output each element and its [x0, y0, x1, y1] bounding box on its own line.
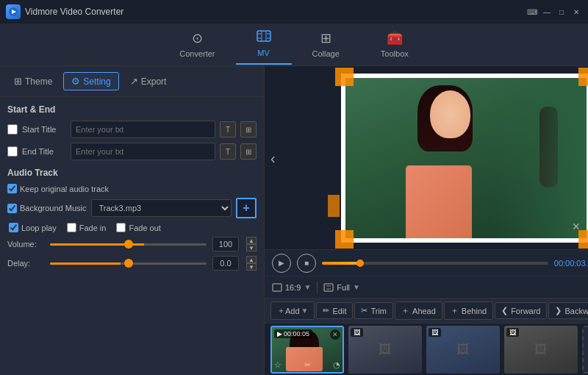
aspect-ratio-select[interactable]: 16:9 ▼ [272, 283, 311, 292]
sub-tab-setting[interactable]: ⚙ Setting [63, 72, 118, 90]
progress-bar[interactable] [322, 262, 548, 265]
zoom-value: Full [337, 283, 350, 292]
bg-music-label[interactable]: Background Music [7, 204, 87, 213]
thumb-1-close[interactable]: ✕ [330, 329, 340, 340]
tab-converter[interactable]: ⊙ Converter [159, 24, 235, 65]
edit-label: Edit [332, 307, 346, 315]
timeline-toolbar: ＋ Add ▼ ✏ Edit ✂ Trim ＋ Ahead ＋ [265, 299, 588, 324]
behind-btn[interactable]: ＋ Behind [444, 301, 493, 320]
progress-thumb [356, 260, 364, 267]
thumb-1-scissors[interactable]: ✂ [304, 360, 311, 370]
prev-arrow[interactable]: ‹ [270, 149, 276, 166]
timeline-thumb-2[interactable]: 🖼 🖼 [348, 326, 422, 374]
add-track-btn[interactable]: + [236, 198, 257, 218]
sub-tab-theme-label: Theme [25, 76, 52, 87]
delay-label: Delay: [7, 259, 44, 268]
trim-label: Trim [370, 307, 387, 315]
mv-icon [257, 30, 271, 46]
audio-options-row: Loop play Fade in Fade out [9, 223, 257, 232]
start-title-label: Start Title [22, 125, 66, 134]
start-end-title: Start & End [7, 104, 257, 115]
ahead-btn[interactable]: ＋ Ahead [395, 301, 442, 320]
sub-tab-theme[interactable]: ⊞ Theme [6, 72, 60, 90]
thumb-4-icon: 🖼 [506, 328, 519, 337]
app-logo [6, 4, 21, 19]
backward-icon: ❯ [555, 306, 562, 315]
thumb-1-bottom: ☆ ✂ ◔ [274, 360, 340, 370]
backward-btn[interactable]: ❯ Backward [548, 302, 588, 319]
audio-track-title: Audio Track [7, 168, 257, 178]
add-label: Add [285, 307, 300, 315]
thumb-1-clock[interactable]: ◔ [333, 360, 340, 370]
loop-play-checkbox[interactable] [9, 223, 18, 232]
fade-in-label[interactable]: Fade in [67, 223, 107, 232]
tab-toolbox[interactable]: 🧰 Toolbox [360, 24, 429, 65]
maximize-btn[interactable]: □ [556, 6, 567, 18]
ahead-icon: ＋ [401, 305, 409, 316]
add-media-btn[interactable]: ＋ [582, 326, 588, 374]
edit-btn[interactable]: ✏ Edit [316, 302, 353, 319]
volume-value: 100 [212, 237, 239, 251]
delay-up-btn[interactable]: ▲ [246, 256, 257, 263]
video-close-icon[interactable]: ✕ [572, 221, 581, 232]
behind-icon: ＋ [451, 305, 459, 316]
fade-out-checkbox[interactable] [116, 223, 126, 232]
fade-out-label[interactable]: Fade out [116, 223, 160, 232]
keep-original-label[interactable]: Keep original audio track [7, 184, 109, 193]
backward-label: Backward [564, 307, 588, 315]
thumb-1-star[interactable]: ☆ [274, 360, 282, 370]
add-btn[interactable]: ＋ Add ▼ [270, 301, 315, 320]
stop-btn[interactable]: ■ [297, 254, 316, 273]
end-title-input[interactable] [71, 143, 215, 160]
timeline-thumb-1[interactable]: ▶ 00:00:05 ✕ ☆ ✂ ◔ [270, 326, 344, 374]
svg-rect-2 [257, 31, 270, 41]
background-music-row: Background Music Track3.mp3 + [7, 198, 257, 218]
tab-mv[interactable]: MV [236, 24, 292, 65]
titlebar: Vidmore Video Converter ⌨ — □ ✕ [0, 0, 588, 24]
bg-plants [490, 78, 587, 238]
thumb-1-badge: ▶ 00:00:05 [274, 329, 312, 338]
start-title-layout-btn[interactable]: ⊞ [240, 121, 257, 138]
end-title-layout-btn[interactable]: ⊞ [240, 143, 257, 160]
video-content: ✕ [341, 74, 588, 243]
play-btn[interactable]: ▶ [272, 254, 291, 273]
trim-btn[interactable]: ✂ Trim [354, 302, 393, 319]
volume-up-btn[interactable]: ▲ [246, 237, 257, 244]
thumb-2-top: 🖼 [351, 328, 420, 337]
thumb-2-overlay: 🖼 [348, 326, 422, 374]
close-btn[interactable]: ✕ [570, 6, 582, 18]
forward-btn[interactable]: ❮ Forward [495, 302, 547, 319]
end-title-checkbox[interactable] [7, 146, 18, 157]
delay-down-btn[interactable]: ▼ [246, 263, 257, 271]
start-title-input[interactable] [71, 121, 215, 138]
tab-collage[interactable]: ⊞ Collage [292, 24, 360, 65]
thumb-1-overlay: ▶ 00:00:05 ✕ ☆ ✂ ◔ [272, 327, 343, 372]
bg-music-checkbox[interactable] [7, 204, 17, 213]
minimize-btn[interactable]: — [541, 6, 553, 18]
end-title-font-btn[interactable]: T [220, 143, 236, 160]
time-display: 00:00:03.23/00:00:20.00 [554, 259, 588, 268]
volume-slider[interactable] [50, 243, 207, 246]
tab-collage-label: Collage [312, 49, 340, 58]
timeline-thumb-3[interactable]: 🖼 🖼 [426, 326, 500, 374]
track-select[interactable]: Track3.mp3 [91, 199, 232, 217]
loop-play-label[interactable]: Loop play [9, 223, 57, 232]
keyboard-btn[interactable]: ⌨ [526, 6, 538, 18]
sub-tab-export[interactable]: ↗ Export [122, 72, 175, 90]
corner-decor-br [578, 230, 588, 249]
fade-in-checkbox[interactable] [67, 223, 76, 232]
forward-icon: ❮ [501, 306, 508, 315]
video-background [345, 78, 587, 238]
keep-original-checkbox[interactable] [7, 184, 17, 193]
keep-original-text: Keep original audio track [20, 185, 109, 193]
controls-bar: ▶ ■ 00:00:03.23/00:00:20.00 🔊 [265, 249, 588, 276]
start-title-font-btn[interactable]: T [220, 121, 236, 138]
timeline-thumb-4[interactable]: 🖼 🖼 [504, 326, 578, 374]
thumb-4-overlay: 🖼 [504, 326, 578, 374]
volume-down-btn[interactable]: ▼ [246, 244, 257, 251]
delay-slider[interactable] [50, 262, 207, 265]
sub-tab-setting-label: Setting [83, 76, 110, 87]
corner-decor-bl [335, 230, 354, 249]
start-title-checkbox[interactable] [7, 124, 18, 135]
zoom-select[interactable]: Full ▼ [323, 283, 360, 292]
